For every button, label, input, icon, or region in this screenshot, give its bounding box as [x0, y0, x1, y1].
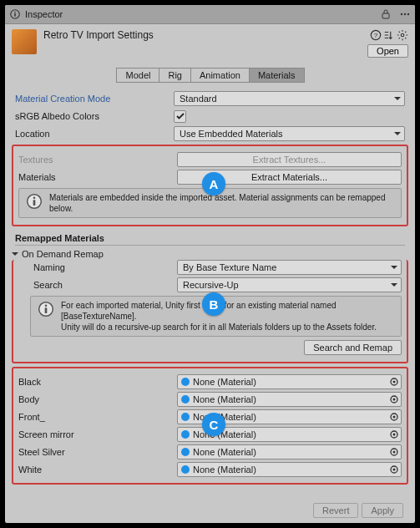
material-slot[interactable]: None (Material) — [177, 392, 402, 407]
material-slot[interactable]: None (Material) — [177, 374, 402, 389]
svg-point-4 — [401, 13, 402, 15]
tab-animation[interactable]: Animation — [190, 68, 250, 83]
tab-model[interactable]: Model — [116, 68, 159, 83]
info-icon — [26, 193, 43, 210]
object-picker-icon[interactable] — [389, 377, 399, 387]
search-and-remap-button[interactable]: Search and Remap — [304, 340, 402, 355]
help-icon[interactable]: ? — [370, 29, 382, 41]
svg-point-19 — [393, 399, 396, 401]
material-slot[interactable]: None (Material) — [177, 462, 402, 477]
materials-label: Materials — [18, 172, 177, 182]
object-indicator-icon — [181, 430, 190, 439]
asset-title: Retro TV Import Settings — [43, 29, 154, 41]
svg-point-27 — [393, 469, 396, 471]
slot-label: Black — [18, 377, 177, 387]
object-picker-icon[interactable] — [389, 429, 399, 439]
search-dropdown[interactable]: Recursive-Up — [177, 277, 402, 292]
object-indicator-icon — [181, 413, 190, 421]
info-icon — [38, 301, 54, 317]
titlebar: Inspector — [5, 5, 415, 24]
loc-dropdown[interactable]: Use Embedded Materials — [174, 126, 405, 141]
slot-label: Front_ — [18, 412, 177, 422]
slot-value: None (Material) — [193, 394, 256, 404]
object-indicator-icon — [181, 378, 190, 386]
slot-label: Screen mirror — [18, 429, 177, 439]
svg-rect-15 — [45, 307, 48, 313]
object-indicator-icon — [181, 448, 190, 456]
object-picker-icon[interactable] — [389, 447, 399, 457]
naming-dropdown[interactable]: By Base Texture Name — [177, 260, 402, 275]
check-icon — [176, 112, 185, 120]
search-label: Search — [18, 280, 177, 290]
svg-point-9 — [401, 33, 404, 37]
slot-value: None (Material) — [193, 465, 256, 475]
svg-point-14 — [45, 305, 48, 307]
object-indicator-icon — [181, 395, 190, 404]
revert-button[interactable]: Revert — [313, 503, 358, 518]
callout-c: C — [202, 413, 225, 436]
material-slot[interactable]: None (Material) — [177, 444, 402, 459]
tab-rig[interactable]: Rig — [159, 68, 191, 83]
callout-b: B — [202, 292, 225, 316]
tab-materials[interactable]: Materials — [249, 68, 305, 83]
slot-value: None (Material) — [193, 429, 256, 439]
svg-text:?: ? — [374, 32, 378, 39]
svg-rect-2 — [14, 13, 16, 17]
header: Retro TV Import Settings ? Open — [5, 24, 415, 63]
preset-icon[interactable] — [383, 29, 395, 41]
svg-point-1 — [14, 12, 16, 13]
svg-rect-3 — [382, 13, 389, 18]
inspector-window: Inspector Retro TV Import Settings ? Ope… — [0, 0, 420, 528]
svg-point-5 — [404, 13, 406, 15]
footer: Revert Apply — [313, 503, 403, 518]
window-title: Inspector — [25, 9, 63, 19]
loc-label: Location — [15, 129, 174, 139]
on-demand-remap-foldout[interactable]: On Demand Remap — [12, 249, 405, 259]
apply-button[interactable]: Apply — [362, 503, 403, 518]
svg-point-21 — [393, 416, 396, 419]
mcm-dropdown[interactable]: Standard — [174, 91, 405, 106]
svg-point-25 — [393, 451, 396, 454]
textures-label: Textures — [18, 155, 177, 165]
slot-label: Steel Silver — [18, 447, 177, 457]
asset-icon — [12, 29, 37, 54]
slot-label: White — [18, 465, 177, 475]
naming-label: Naming — [18, 262, 177, 272]
lock-icon[interactable] — [382, 9, 390, 19]
svg-point-11 — [33, 197, 36, 200]
svg-rect-12 — [33, 200, 36, 206]
open-button[interactable]: Open — [367, 44, 408, 58]
srgb-label: sRGB Albedo Colors — [15, 111, 174, 121]
svg-point-17 — [393, 381, 396, 383]
slot-value: None (Material) — [193, 447, 256, 457]
object-picker-icon[interactable] — [389, 465, 399, 475]
mcm-label: Material Creation Mode — [15, 94, 174, 104]
object-indicator-icon — [181, 465, 190, 474]
info-icon — [10, 9, 20, 19]
svg-point-23 — [393, 434, 396, 436]
svg-point-6 — [407, 13, 409, 15]
object-picker-icon[interactable] — [389, 412, 399, 422]
object-picker-icon[interactable] — [389, 394, 399, 404]
slot-label: Body — [18, 394, 177, 404]
remapped-materials-header: Remapped Materials — [15, 230, 405, 246]
callout-a: A — [202, 172, 225, 195]
gear-icon[interactable] — [397, 29, 408, 41]
srgb-checkbox[interactable] — [174, 110, 186, 123]
tabs: Model Rig Animation Materials — [5, 68, 415, 83]
slot-value: None (Material) — [193, 377, 256, 387]
extract-textures-button: Extract Textures... — [177, 152, 402, 167]
menu-icon[interactable] — [400, 9, 410, 19]
foldout-icon — [12, 252, 18, 259]
